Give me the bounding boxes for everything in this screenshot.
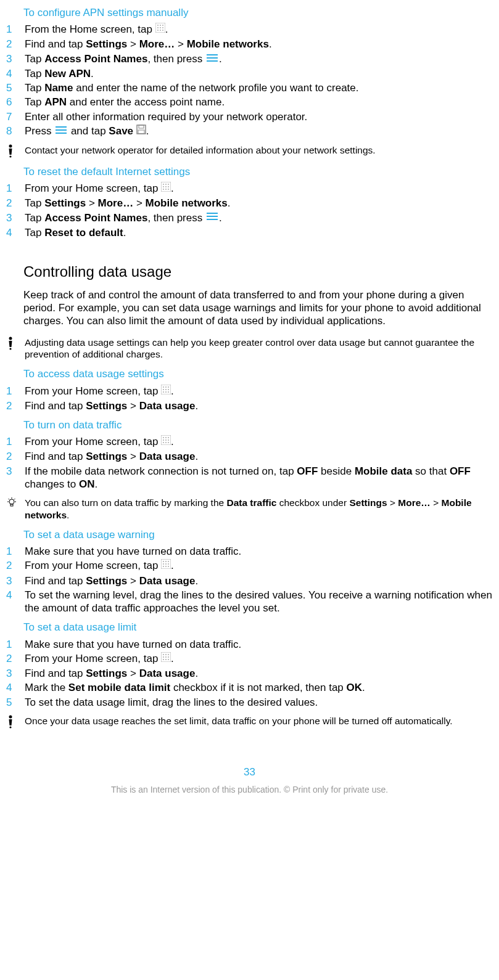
step-text: From your Home screen, tap . bbox=[25, 385, 494, 398]
tip-note: You can also turn on data traffic by mar… bbox=[5, 497, 494, 521]
list-item: 2Find and tap Settings > Data usage. bbox=[5, 399, 494, 412]
list-item: 4Tap New APN. bbox=[5, 67, 494, 80]
svg-rect-57 bbox=[10, 504, 13, 506]
step-text: From your Home screen, tap . bbox=[25, 559, 494, 573]
list-item: 2Find and tap Settings > More… > Mobile … bbox=[5, 38, 494, 51]
section-title: To access data usage settings bbox=[23, 367, 494, 380]
svg-point-50 bbox=[163, 439, 164, 441]
step-number: 1 bbox=[5, 545, 25, 558]
step-number: 4 bbox=[5, 226, 25, 239]
note-text: Adjusting data usage settings can help y… bbox=[25, 337, 494, 361]
svg-point-24 bbox=[168, 184, 169, 185]
step-number: 3 bbox=[5, 465, 25, 478]
list-item: 3Find and tap Settings > Data usage. bbox=[5, 574, 494, 587]
ordered-list-access: 1From your Home screen, tap . 2Find and … bbox=[5, 385, 494, 412]
list-item: 2Tap Settings > More… > Mobile networks. bbox=[5, 197, 494, 210]
document-page: To configure APN settings manually 1From… bbox=[0, 6, 499, 796]
svg-point-54 bbox=[165, 442, 167, 443]
step-number: 4 bbox=[5, 589, 25, 602]
section-title: To turn on data traffic bbox=[23, 419, 494, 431]
svg-point-83 bbox=[9, 715, 12, 718]
svg-point-5 bbox=[160, 27, 161, 28]
svg-point-3 bbox=[162, 25, 163, 26]
ordered-list-warning: 1Make sure that you have turned on data … bbox=[5, 545, 494, 615]
step-number: 2 bbox=[5, 559, 25, 572]
svg-point-39 bbox=[168, 386, 169, 388]
svg-point-28 bbox=[163, 189, 164, 190]
svg-point-71 bbox=[165, 566, 167, 567]
list-item: 3Tap Access Point Names, then press . bbox=[5, 52, 494, 66]
page-number: 33 bbox=[5, 766, 494, 778]
svg-point-80 bbox=[163, 659, 164, 660]
step-text: Make sure that you have turned on data t… bbox=[25, 638, 494, 651]
ordered-list-turnon: 1From your Home screen, tap . 2Find and … bbox=[5, 435, 494, 491]
svg-point-75 bbox=[165, 654, 167, 655]
step-number: 3 bbox=[5, 52, 25, 65]
exclamation-icon bbox=[5, 337, 25, 350]
step-text: From your Home screen, tap . bbox=[25, 182, 494, 195]
svg-point-9 bbox=[162, 30, 163, 31]
svg-point-43 bbox=[163, 391, 164, 393]
step-text: Tap Name and enter the name of the netwo… bbox=[25, 81, 494, 94]
step-text: Tap New APN. bbox=[25, 67, 494, 80]
ordered-list-limit: 1Make sure that you have turned on data … bbox=[5, 638, 494, 709]
step-text: Tap Settings > More… > Mobile networks. bbox=[25, 197, 494, 210]
list-item: 3If the mobile data network connection i… bbox=[5, 465, 494, 491]
save-icon bbox=[136, 125, 146, 137]
step-number: 5 bbox=[5, 81, 25, 94]
svg-point-19 bbox=[9, 144, 12, 147]
svg-point-20 bbox=[9, 155, 11, 157]
list-item: 2From your Home screen, tap . bbox=[5, 652, 494, 666]
list-item: 1From your Home screen, tap . bbox=[5, 435, 494, 449]
step-text: If the mobile data network connection is… bbox=[25, 465, 494, 491]
step-number: 2 bbox=[5, 38, 25, 51]
list-item: 1From your Home screen, tap . bbox=[5, 385, 494, 398]
important-note: Contact your network operator for detail… bbox=[5, 144, 494, 158]
footer-text: This is an Internet version of this publ… bbox=[5, 785, 494, 796]
step-number: 6 bbox=[5, 96, 25, 108]
ordered-list-reset: 1From your Home screen, tap . 2Tap Setti… bbox=[5, 182, 494, 239]
step-number: 1 bbox=[5, 385, 25, 398]
list-item: 1From your Home screen, tap . bbox=[5, 182, 494, 195]
svg-point-55 bbox=[168, 442, 169, 443]
step-text: Find and tap Settings > Data usage. bbox=[25, 667, 494, 680]
step-number: 4 bbox=[5, 681, 25, 694]
step-text: To set the data usage limit, drag the li… bbox=[25, 696, 494, 709]
list-item: 7Enter all other information required by… bbox=[5, 110, 494, 123]
step-number: 8 bbox=[5, 125, 25, 137]
svg-point-82 bbox=[168, 659, 169, 660]
step-number: 3 bbox=[5, 211, 25, 224]
svg-point-8 bbox=[160, 30, 161, 31]
svg-point-45 bbox=[168, 391, 169, 393]
svg-point-64 bbox=[163, 561, 164, 562]
svg-rect-18 bbox=[138, 130, 144, 134]
svg-point-56 bbox=[9, 499, 14, 504]
important-note: Adjusting data usage settings can help y… bbox=[5, 337, 494, 361]
svg-point-78 bbox=[165, 656, 167, 658]
svg-point-25 bbox=[163, 186, 164, 187]
svg-point-22 bbox=[163, 184, 164, 185]
svg-point-37 bbox=[163, 386, 164, 388]
step-text: Tap Access Point Names, then press . bbox=[25, 52, 494, 66]
list-item: 1From the Home screen, tap . bbox=[5, 23, 494, 36]
svg-point-67 bbox=[163, 563, 164, 565]
menu-icon bbox=[54, 125, 68, 137]
menu-icon bbox=[205, 211, 219, 224]
svg-point-41 bbox=[165, 389, 167, 390]
list-item: 5To set the data usage limit, drag the l… bbox=[5, 696, 494, 709]
important-note: Once your data usage reaches the set lim… bbox=[5, 715, 494, 729]
note-text: Once your data usage reaches the set lim… bbox=[25, 715, 494, 727]
svg-point-47 bbox=[163, 437, 164, 438]
step-number: 1 bbox=[5, 435, 25, 448]
svg-point-40 bbox=[163, 389, 164, 390]
list-item: 4Mark the Set mobile data limit checkbox… bbox=[5, 681, 494, 694]
section-title: To reset the default Internet settings bbox=[23, 165, 494, 178]
svg-point-69 bbox=[168, 563, 169, 565]
svg-point-76 bbox=[168, 654, 169, 655]
step-text: Make sure that you have turned on data t… bbox=[25, 545, 494, 558]
apps-grid-icon bbox=[161, 182, 171, 195]
note-text: Contact your network operator for detail… bbox=[25, 144, 494, 156]
list-item: 4Tap Reset to default. bbox=[5, 226, 494, 239]
svg-point-48 bbox=[165, 437, 167, 438]
menu-icon bbox=[205, 52, 219, 65]
